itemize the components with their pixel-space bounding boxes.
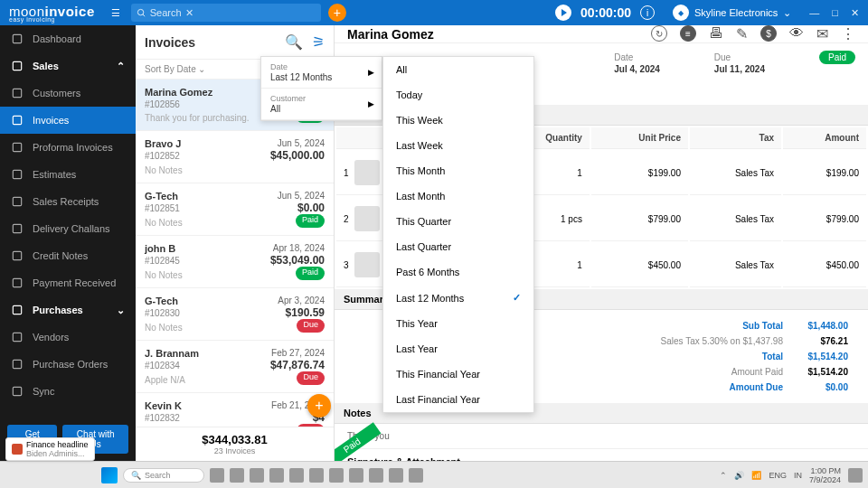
date-option[interactable]: This Quarter (383, 209, 533, 234)
timer-play-button[interactable] (555, 5, 571, 21)
list-title: Invoices (145, 35, 195, 50)
print-icon[interactable]: 🖶 (709, 25, 723, 42)
sidebar-item-customers[interactable]: Customers (0, 80, 136, 107)
sidebar-item-estimates[interactable]: Estimates (0, 161, 136, 188)
app-logo: mooninvoiceeasy invoicing (0, 4, 104, 23)
news-widget[interactable]: Finance headlineBiden Adminis... (5, 437, 95, 461)
svg-rect-10 (13, 251, 21, 259)
sidebar-item-delivery-challans[interactable]: Delivery Challans (0, 215, 136, 242)
svg-point-0 (137, 9, 143, 14)
search-icon[interactable]: 🔍 (285, 33, 303, 51)
date-option[interactable]: This Month (383, 158, 533, 183)
sidebar-item-payment-received[interactable]: Payment Received (0, 269, 136, 296)
date-option[interactable]: This Financial Year (383, 361, 533, 387)
date-option[interactable]: This Year (383, 311, 533, 336)
filter-customer[interactable]: CustomerAll▶ (261, 89, 382, 120)
date-option[interactable]: Last Year (383, 336, 533, 361)
history-icon[interactable]: ↻ (651, 25, 667, 42)
svg-rect-4 (13, 89, 21, 97)
svg-rect-2 (13, 34, 21, 42)
date-option[interactable]: Last Week (383, 133, 533, 158)
sidebar-item-sync[interactable]: Sync (0, 378, 136, 405)
fab-add-button[interactable]: + (307, 394, 331, 418)
search-input[interactable]: Search ✕ (131, 4, 321, 22)
timer-info-icon[interactable]: i (640, 5, 655, 20)
date-option[interactable]: Past 6 Months (383, 259, 533, 285)
more-icon[interactable]: ⋮ (841, 25, 855, 42)
svg-rect-11 (13, 278, 21, 286)
taskbar: 🔍 Search ⌃🔊📶 ENGIN 1:00 PM7/9/2024 (0, 461, 868, 488)
svg-rect-15 (13, 387, 21, 395)
date-option[interactable]: Last Month (383, 183, 533, 209)
sidebar: DashboardSales⌃CustomersInvoicesProforma… (0, 25, 136, 461)
avatar: ◆ (673, 5, 689, 21)
svg-rect-7 (13, 170, 21, 178)
date-range-menu: AllTodayThis WeekLast WeekThis MonthLast… (382, 56, 534, 413)
date-option[interactable]: Today (383, 82, 533, 108)
add-button[interactable]: + (328, 4, 346, 22)
sidebar-item-sales[interactable]: Sales⌃ (0, 52, 136, 80)
clear-search-icon[interactable]: ✕ (185, 7, 193, 19)
svg-rect-5 (13, 116, 21, 124)
filter-popup: DateLast 12 Months▶ CustomerAll▶ (260, 56, 382, 121)
close-button[interactable]: ✕ (851, 7, 859, 19)
date-option[interactable]: Last Quarter (383, 234, 533, 259)
sidebar-item-credit-notes[interactable]: Credit Notes (0, 242, 136, 269)
detail-customer-name: Marina Gomez (347, 27, 434, 42)
timer-display: 00:00:00 (580, 5, 631, 20)
payment-icon[interactable]: $ (760, 25, 777, 42)
svg-rect-3 (13, 61, 21, 70)
taskbar-search[interactable]: 🔍 Search (123, 468, 204, 483)
invoice-item[interactable]: john BApr 18, 2024#102845$53,049.00No No… (136, 236, 334, 288)
invoice-item[interactable]: Kevin KFeb 21, 2024#102832$4KevinDue (136, 393, 334, 427)
date-option[interactable]: This Week (383, 108, 533, 133)
sidebar-item-purchase-orders[interactable]: Purchase Orders (0, 351, 136, 378)
email-icon[interactable]: ✉ (816, 25, 828, 42)
filter-icon[interactable]: ⚞ (312, 33, 325, 51)
svg-rect-9 (13, 224, 21, 232)
sidebar-item-purchases[interactable]: Purchases⌄ (0, 296, 136, 324)
duplicate-icon[interactable]: ≡ (680, 25, 696, 42)
company-selector[interactable]: ◆ Skyline Electronics ⌄ (673, 5, 791, 21)
start-button[interactable] (101, 467, 118, 483)
svg-line-1 (143, 14, 145, 15)
edit-icon[interactable]: ✎ (736, 25, 748, 42)
svg-rect-12 (13, 305, 21, 314)
maximize-button[interactable]: □ (832, 7, 838, 19)
list-total-count: 23 Invoices (141, 446, 328, 455)
invoice-item[interactable]: G-TechJun 5, 2024#102851$0.00No NotesPai… (136, 183, 334, 236)
filter-date[interactable]: DateLast 12 Months▶ (261, 57, 382, 89)
date-option[interactable]: Last Financial Year (383, 387, 533, 412)
sidebar-item-vendors[interactable]: Vendors (0, 324, 136, 351)
date-option[interactable]: Last 12 Months✓ (383, 285, 533, 311)
date-option[interactable]: All (383, 57, 533, 82)
invoice-item[interactable]: Bravo JJun 5, 2024#102852$45,000.00No No… (136, 131, 334, 183)
invoice-item[interactable]: G-TechApr 3, 2024#102830$190.59No NotesD… (136, 288, 334, 341)
svg-rect-6 (13, 143, 21, 151)
list-total-amount: $344,033.81 (141, 433, 328, 446)
sidebar-item-sales-receipts[interactable]: Sales Receipts (0, 188, 136, 215)
svg-rect-8 (13, 197, 21, 205)
menu-icon[interactable]: ☰ (104, 7, 127, 19)
sidebar-item-proforma-invoices[interactable]: Proforma Invoices (0, 134, 136, 161)
svg-rect-14 (13, 360, 21, 368)
sidebar-item-invoices[interactable]: Invoices (0, 107, 136, 134)
status-badge: Paid (819, 51, 855, 64)
minimize-button[interactable]: — (809, 7, 819, 19)
view-icon[interactable]: 👁 (789, 25, 804, 42)
sidebar-item-dashboard[interactable]: Dashboard (0, 25, 136, 52)
invoice-item[interactable]: J. BrannamFeb 27, 2024#102834$47,876.74A… (136, 341, 334, 393)
svg-rect-13 (13, 333, 21, 341)
